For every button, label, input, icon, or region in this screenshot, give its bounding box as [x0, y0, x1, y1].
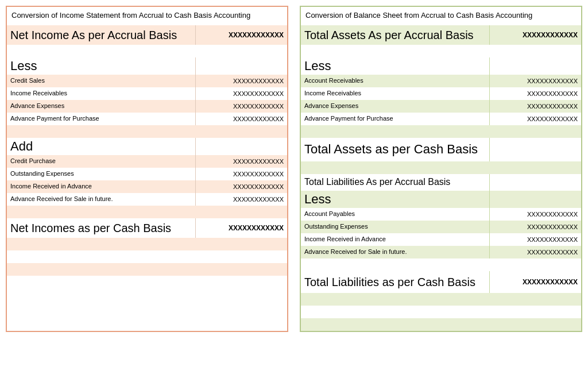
table-row: Total Liabilities as per Cash BasisXXXXX…: [301, 271, 581, 293]
section-label: Add: [7, 138, 195, 155]
sub-label: Advance Expenses: [301, 100, 489, 113]
table-row: Account PayablesXXXXXXXXXXXX: [301, 208, 581, 221]
table-row: Advance ExpensesXXXXXXXXXXXX: [301, 100, 581, 113]
sub-label: Advance Received for Sale in future.: [7, 193, 195, 206]
left-panel: Conversion of Income Statement from Accr…: [6, 6, 288, 332]
sub-label: Income Received in Advance: [7, 180, 195, 193]
sub-value: XXXXXXXXXXXX: [195, 100, 287, 113]
table-row: [301, 125, 581, 138]
table-row: [7, 263, 287, 276]
left-panel-title: Conversion of Income Statement from Accr…: [7, 7, 287, 25]
section-value: [489, 191, 581, 208]
sub-value: XXXXXXXXXXXX: [195, 180, 287, 193]
section-label: Less: [301, 57, 489, 75]
sub-value: XXXXXXXXXXXX: [489, 246, 581, 258]
table-row: Total Liabilities As per Accrual Basis: [301, 174, 581, 191]
left-table: Net Income As per Accrual BasisXXXXXXXXX…: [7, 25, 287, 276]
section-label: Less: [301, 191, 489, 208]
section-label: Less: [7, 57, 195, 75]
sub-label: Advance Payment for Purchase: [7, 113, 195, 125]
sub-label: Income Receivables: [301, 87, 489, 100]
table-row: [7, 45, 287, 57]
table-row: Add: [7, 138, 287, 155]
table-row: Advance Received for Sale in future.XXXX…: [301, 246, 581, 258]
sub-value: XXXXXXXXXXXX: [195, 193, 287, 206]
sub-label: Outstanding Expenses: [7, 168, 195, 180]
tall-heading-value: [489, 138, 581, 161]
table-row: Less: [7, 57, 287, 75]
right-table: Total Assets As per Accrual BasisXXXXXXX…: [301, 25, 581, 330]
table-row: Net Income As per Accrual BasisXXXXXXXXX…: [7, 25, 287, 45]
sub-value: XXXXXXXXXXXX: [489, 208, 581, 221]
sub-label: Account Payables: [301, 208, 489, 221]
sub-label: Income Received in Advance: [301, 233, 489, 246]
sub-value: XXXXXXXXXXXX: [195, 168, 287, 180]
table-row: Outstanding ExpensesXXXXXXXXXXXX: [301, 221, 581, 233]
tall-heading2-label: Total Liabilities as per Cash Basis: [301, 271, 489, 293]
table-row: Advance Payment for PurchaseXXXXXXXXXXXX: [301, 113, 581, 125]
table-row: Income ReceivablesXXXXXXXXXXXX: [301, 87, 581, 100]
sub-value: XXXXXXXXXXXX: [489, 113, 581, 125]
sub-value: XXXXXXXXXXXX: [489, 233, 581, 246]
table-row: Credit PurchaseXXXXXXXXXXXX: [7, 155, 287, 168]
table-row: Advance Payment for PurchaseXXXXXXXXXXXX: [7, 113, 287, 125]
sub-label: Outstanding Expenses: [301, 221, 489, 233]
table-row: Income ReceivablesXXXXXXXXXXXX: [7, 87, 287, 100]
table-row: Total Assets as per Cash Basis: [301, 138, 581, 161]
heading-label: Total Assets As per Accrual Basis: [301, 25, 489, 45]
table-row: [7, 250, 287, 263]
section-value: [195, 57, 287, 75]
sub-value: XXXXXXXXXXXX: [489, 75, 581, 87]
heading2-value: [489, 174, 581, 191]
table-row: [7, 125, 287, 138]
table-row: Advance Received for Sale in future.XXXX…: [7, 193, 287, 206]
tall-heading2-value: XXXXXXXXXXXX: [489, 271, 581, 293]
table-row: [7, 238, 287, 250]
sub-label: Credit Sales: [7, 75, 195, 87]
right-panel: Conversion of Balance Sheet from Accrual…: [300, 6, 582, 332]
sub-label: Advance Expenses: [7, 100, 195, 113]
table-row: Income Received in AdvanceXXXXXXXXXXXX: [301, 233, 581, 246]
table-row: [7, 206, 287, 218]
heading-value: XXXXXXXXXXXX: [195, 25, 287, 45]
sub-label: Account Receivables: [301, 75, 489, 87]
sub-value: XXXXXXXXXXXX: [195, 113, 287, 125]
table-row: [301, 318, 581, 331]
heading-value: XXXXXXXXXXXX: [195, 218, 287, 238]
table-row: Account ReceivablesXXXXXXXXXXXX: [301, 75, 581, 87]
table-row: [301, 45, 581, 57]
heading2-label: Total Liabilities As per Accrual Basis: [301, 174, 489, 191]
section-value: [489, 57, 581, 75]
tall-heading-label: Total Assets as per Cash Basis: [301, 138, 489, 161]
table-row: Income Received in AdvanceXXXXXXXXXXXX: [7, 180, 287, 193]
sub-label: Advance Received for Sale in future.: [301, 246, 489, 258]
table-row: [301, 293, 581, 306]
heading-label: Net Income As per Accrual Basis: [7, 25, 195, 45]
sub-value: XXXXXXXXXXXX: [195, 87, 287, 100]
right-panel-title: Conversion of Balance Sheet from Accrual…: [301, 7, 581, 25]
table-row: Advance ExpensesXXXXXXXXXXXX: [7, 100, 287, 113]
sub-value: XXXXXXXXXXXX: [489, 100, 581, 113]
table-row: Outstanding ExpensesXXXXXXXXXXXX: [7, 168, 287, 180]
table-row: Total Assets As per Accrual BasisXXXXXXX…: [301, 25, 581, 45]
table-row: Net Incomes as per Cash BasisXXXXXXXXXXX…: [7, 218, 287, 238]
table-row: [301, 161, 581, 174]
sub-value: XXXXXXXXXXXX: [489, 221, 581, 233]
table-row: Less: [301, 191, 581, 208]
sub-label: Income Receivables: [7, 87, 195, 100]
sub-value: XXXXXXXXXXXX: [195, 75, 287, 87]
heading-label: Net Incomes as per Cash Basis: [7, 218, 195, 238]
heading-value: XXXXXXXXXXXX: [489, 25, 581, 45]
sub-label: Advance Payment for Purchase: [301, 113, 489, 125]
table-row: [301, 258, 581, 271]
table-row: Less: [301, 57, 581, 75]
sub-value: XXXXXXXXXXXX: [195, 155, 287, 168]
sub-value: XXXXXXXXXXXX: [489, 87, 581, 100]
section-value: [195, 138, 287, 155]
table-row: Credit SalesXXXXXXXXXXXX: [7, 75, 287, 87]
table-row: [301, 306, 581, 318]
sub-label: Credit Purchase: [7, 155, 195, 168]
